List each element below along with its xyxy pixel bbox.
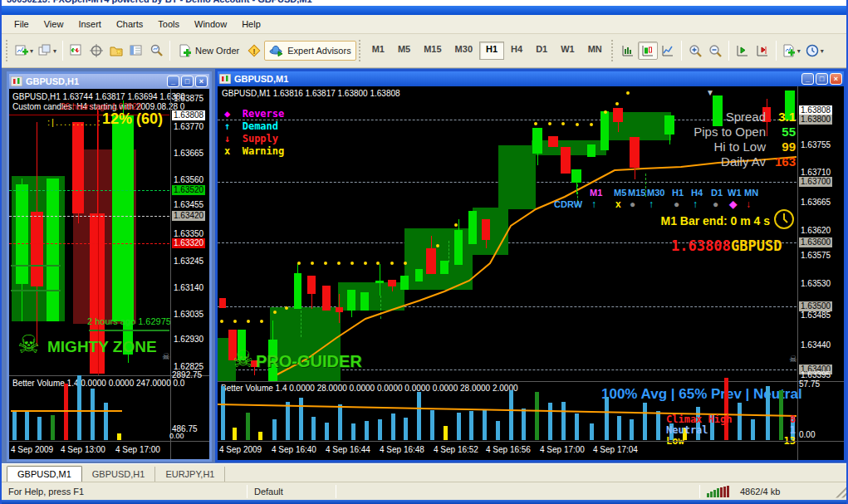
candle (307, 276, 316, 294)
timeframe-button-m5[interactable]: M5 (391, 42, 417, 60)
close-button[interactable]: × (830, 73, 842, 85)
candle (454, 230, 463, 265)
chart-tab-gbpusd-m1[interactable]: GBPUSD,M1 (7, 466, 82, 482)
pane-divider[interactable] (218, 381, 844, 382)
time-axis-label: 4 Sep 16:48 (380, 445, 424, 454)
maximize-button[interactable]: □ (816, 73, 828, 85)
chart-canvas-gbpusd-m1[interactable]: ▼GBPUSD,M1 1.63816 1.63817 1.63800 1.638… (218, 86, 844, 460)
mtf-signal-m5-icon: x (615, 199, 621, 209)
close-button[interactable]: × (195, 76, 208, 87)
menu-item-file[interactable]: File (7, 17, 37, 32)
price-scale-label: 1.63875 (172, 94, 205, 104)
crosshair-vline (98, 110, 99, 375)
new-order-button[interactable]: New Order (174, 41, 244, 61)
chart-window-gbpusd-m1[interactable]: GBPUSD,M1 _ □ × ▼GBPUSD,M1 1.63816 1.638… (215, 69, 846, 462)
toolbar-grip[interactable] (359, 40, 363, 61)
navigator-button[interactable] (106, 41, 126, 61)
status-profile[interactable]: Default (248, 485, 336, 498)
mtf-timeframe-m30: M30 (647, 188, 664, 198)
mtf-signal-w1-icon: ◆ (729, 199, 737, 209)
periods-button[interactable]: ▾ (803, 41, 826, 61)
volume-scale-top: 57.75 (799, 379, 820, 389)
legend-item-demand: ↑ Demand (224, 120, 278, 132)
child-window-titlebar[interactable]: GBPUSD,H1 _ □ × (9, 74, 209, 89)
new-chart-button[interactable]: ▾ (12, 41, 36, 61)
status-bar: For Help, press F1 Default 4862/4 kb (2, 482, 846, 500)
volume-bar (272, 419, 277, 440)
mtf-timeframe-mn: MN (744, 188, 758, 198)
timeframe-button-m1[interactable]: M1 (365, 42, 391, 60)
maximize-button[interactable]: □ (181, 76, 194, 87)
candlestick-chart-button[interactable] (638, 42, 658, 60)
volume-bar (378, 419, 382, 440)
menu-item-window[interactable]: Window (187, 17, 234, 32)
time-axis-label: 4 Sep 16:56 (486, 445, 531, 454)
volume-bar (299, 398, 303, 440)
chart-tab-gbpusd-h1[interactable]: GBPUSD,H1 (82, 467, 156, 482)
demand-dash-line (380, 296, 381, 319)
menu-item-view[interactable]: View (37, 17, 71, 32)
market-watch-button[interactable] (66, 41, 86, 61)
timeframe-button-m15[interactable]: M15 (417, 42, 448, 60)
climax-value-climax-high: 8 (766, 413, 796, 425)
volume-header: Better Volume 1.4 0.0000 28.0000 0.0000 … (221, 384, 518, 393)
line-chart-button[interactable] (658, 41, 678, 61)
climax-label-neutral: Neutral (666, 424, 708, 436)
chart-canvas-gbpusd-h1[interactable]: GBPUSD,H1 1.63744 1.63817 1.63694 1.6380… (9, 89, 209, 459)
terminal-button[interactable] (126, 41, 146, 61)
candle (548, 136, 558, 147)
minimize-button[interactable]: _ (167, 76, 179, 87)
volume-scale-top: 2892.75 (172, 370, 202, 379)
data-window-button[interactable] (86, 41, 106, 61)
menu-item-tools[interactable]: Tools (150, 17, 187, 32)
candle (440, 261, 449, 274)
bar-chart-button[interactable] (618, 41, 638, 61)
chart-tab-eurjpy-h1[interactable]: EURJPY,H1 (155, 467, 225, 482)
chevron-down-icon: ▾ (797, 47, 801, 55)
menu-item-help[interactable]: Help (234, 17, 268, 32)
chart-window-gbpusd-h1[interactable]: GBPUSD,H1 _ □ × GBPUSD,H1 1.63744 1.6381… (7, 71, 212, 462)
timeframe-button-w1[interactable]: W1 (554, 42, 581, 60)
window-titlebar[interactable]: 30050213: FXOpen-MT4 powered by BT - Dem… (2, 0, 846, 6)
candle (468, 211, 477, 244)
strategy-tester-button[interactable] (146, 41, 166, 61)
clock-icon (772, 208, 796, 231)
mtf-prefix-label: CDRW (554, 199, 582, 209)
candle (426, 248, 436, 274)
time-axis-label: 4 Sep 16:44 (326, 445, 370, 454)
menu-item-insert[interactable]: Insert (71, 17, 109, 32)
volume-bar (51, 415, 55, 440)
timeframe-button-h4[interactable]: H4 (504, 42, 529, 60)
legend-label: Demand (230, 120, 278, 132)
price-scale[interactable] (170, 89, 209, 459)
zoom-out-button[interactable] (705, 41, 725, 61)
zoom-in-button[interactable] (685, 41, 705, 61)
menu-item-charts[interactable]: Charts (109, 17, 150, 32)
expert-advisors-button[interactable]: Expert Advisors (264, 41, 355, 61)
signal-circle-marker (285, 306, 288, 310)
profiles-button[interactable]: ▾ (36, 41, 59, 61)
timeframe-button-m30[interactable]: M30 (449, 42, 479, 60)
chart-shift-button[interactable] (752, 41, 772, 61)
minimize-button[interactable]: _ (801, 73, 814, 85)
status-connection-panel: 4862/4 kb (700, 485, 833, 498)
toolbar-grip[interactable] (611, 40, 615, 61)
window-title: 30050213: FXOpen-MT4 powered by BT - Dem… (2, 0, 846, 4)
child-window-titlebar[interactable]: GBPUSD,M1 _ □ × (218, 71, 844, 86)
level-line (9, 190, 169, 191)
metaeditor-button[interactable]: ! (244, 41, 264, 61)
timeframe-button-mn[interactable]: MN (581, 42, 609, 60)
toolbar-grip[interactable] (6, 40, 10, 61)
resize-grip[interactable] (833, 485, 846, 498)
auto-scroll-button[interactable] (733, 41, 752, 61)
svg-text:!: ! (253, 47, 256, 56)
legend-item-warning: x Warning (224, 145, 284, 157)
volume-bar (630, 419, 634, 440)
signal-circle-marker (350, 262, 354, 265)
timeframe-button-h1[interactable]: H1 (479, 42, 504, 60)
volume-bar (617, 416, 621, 440)
timeframe-button-d1[interactable]: D1 (529, 42, 554, 60)
time-axis-label: 4 Sep 2009 (11, 445, 53, 454)
indicators-button[interactable]: ▾ (780, 41, 803, 61)
volume-bar (430, 410, 434, 440)
